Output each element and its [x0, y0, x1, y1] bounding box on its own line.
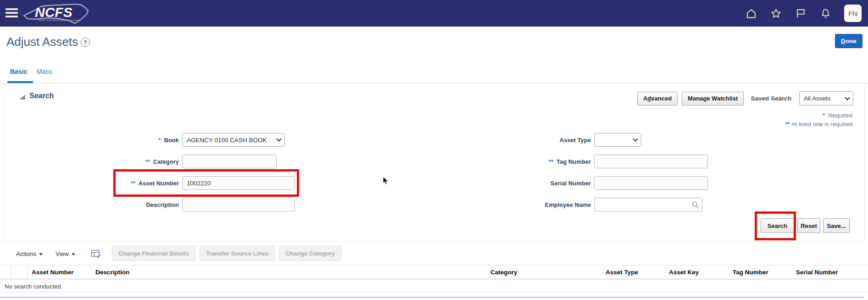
table-bottom-scroll-track[interactable] [0, 297, 864, 298]
transfer-source-lines-button[interactable]: Transfer Source Lines [200, 246, 275, 261]
book-select-value: AGENCY 0100 CASH BOOK [187, 137, 267, 144]
ncfs-logo: NCFS North Carolina Financial System [21, 0, 91, 28]
serial-number-label: Serial Number [458, 180, 591, 187]
help-icon[interactable]: ? [81, 38, 90, 47]
home-icon[interactable] [745, 7, 757, 20]
caret-down-icon [72, 253, 75, 256]
chevron-down-icon [276, 136, 281, 141]
description-input[interactable] [182, 198, 295, 211]
search-section-heading: Search [29, 92, 54, 100]
saved-search-value: All Assets [804, 95, 831, 102]
saved-search-select[interactable]: All Assets [799, 91, 853, 106]
tab-basic[interactable]: Basic [10, 68, 27, 75]
adjust-assets-page: NCFS North Carolina Financial System FN … [0, 0, 868, 300]
required-notes: * Required ** At least one is required [785, 111, 852, 128]
manage-watchlist-button[interactable]: Manage Watchlist [682, 92, 744, 106]
chevron-down-icon [633, 136, 638, 141]
done-button[interactable]: Done [835, 34, 862, 48]
employee-name-label: Employee Name [458, 201, 591, 208]
save-button[interactable]: Save... [823, 218, 850, 233]
change-financial-details-button[interactable]: Change Financial Details [112, 246, 195, 261]
search-icon[interactable] [691, 201, 699, 209]
top-navbar: NCFS North Carolina Financial System FN [0, 0, 868, 27]
hamburger-menu-icon[interactable] [6, 8, 18, 18]
column-header-serial-number[interactable]: Serial Number [796, 269, 838, 276]
annotation-box-asset-number [113, 169, 299, 197]
tag-number-label: **Tag Number [458, 158, 591, 165]
actions-menu[interactable]: Actions [16, 250, 43, 257]
category-input[interactable] [182, 155, 277, 168]
collapse-triangle-icon[interactable] [19, 94, 25, 100]
logo-acronym: NCFS [35, 5, 72, 20]
saved-search-label: Saved Search [751, 95, 791, 102]
star-icon[interactable] [770, 7, 782, 20]
bell-icon[interactable] [819, 7, 832, 20]
column-header-tag-number[interactable]: Tag Number [733, 269, 768, 276]
page-title: Adjust Assets [6, 35, 78, 49]
tab-mass[interactable]: Mass [37, 68, 52, 75]
table-empty-row: No search conducted. [0, 279, 868, 292]
change-category-button[interactable]: Change Category [279, 246, 341, 261]
results-table-header: Asset Number Description Category Asset … [0, 265, 868, 279]
caret-down-icon [39, 253, 43, 256]
logo-tagline: North Carolina Financial System [39, 18, 79, 22]
annotation-box-search-button [755, 211, 796, 240]
asset-type-select[interactable] [594, 133, 641, 147]
book-label: *Book [46, 137, 179, 144]
book-select[interactable]: AGENCY 0100 CASH BOOK [182, 133, 285, 147]
column-header-asset-number[interactable]: Asset Number [32, 269, 74, 276]
done-button-label: one [846, 38, 857, 44]
empty-message: No search conducted. [5, 283, 62, 290]
employee-name-input[interactable] [594, 198, 702, 211]
column-header-asset-key[interactable]: Asset Key [669, 269, 699, 276]
chevron-down-icon [845, 95, 850, 100]
advanced-button[interactable]: Advanced [637, 92, 678, 106]
description-label: Description [46, 201, 179, 208]
category-label: **Category [46, 158, 179, 165]
reset-button[interactable]: Reset [797, 218, 820, 233]
flag-icon[interactable] [795, 7, 807, 20]
column-header-asset-type[interactable]: Asset Type [606, 269, 638, 276]
done-button-mnemonic: D [841, 38, 846, 44]
tag-number-input[interactable] [594, 155, 708, 168]
mouse-cursor [383, 176, 392, 186]
query-by-example-icon[interactable] [91, 249, 101, 259]
column-header-category[interactable]: Category [490, 269, 517, 276]
serial-number-input[interactable] [594, 176, 708, 190]
view-menu[interactable]: View [56, 250, 75, 257]
user-avatar[interactable]: FN [844, 5, 862, 22]
asset-type-label: Asset Type [458, 137, 591, 144]
column-header-description[interactable]: Description [95, 269, 129, 276]
